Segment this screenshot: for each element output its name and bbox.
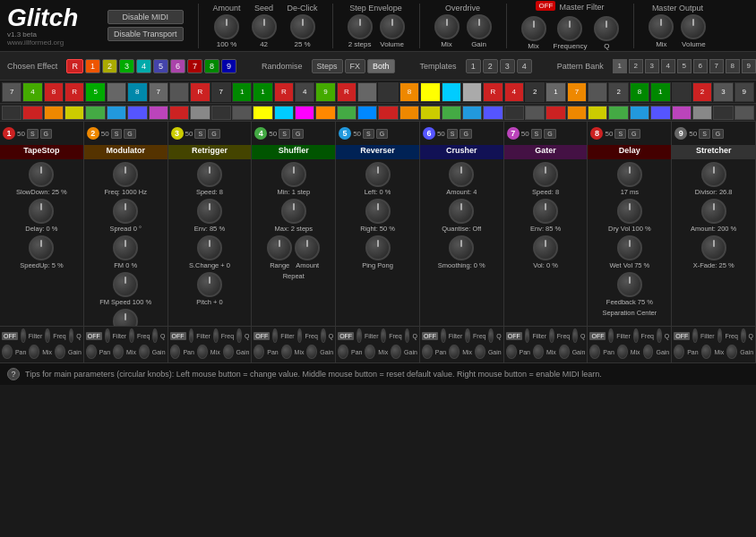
ch7-knob-1[interactable] <box>533 162 558 187</box>
seq-cell-35[interactable]: 3 <box>713 82 733 102</box>
pat-2[interactable]: 2 <box>629 59 643 73</box>
ch5-knob-1[interactable] <box>365 162 391 187</box>
master-filter-off[interactable]: OFF <box>536 1 555 11</box>
tmpl-3[interactable]: 3 <box>500 59 515 73</box>
ch3-q-knob[interactable] <box>236 328 242 343</box>
mo-vol-knob[interactable] <box>681 14 706 39</box>
ch8-q-knob[interactable] <box>657 328 662 343</box>
ch7-knob-2[interactable] <box>533 199 558 224</box>
ch3-filter-knob[interactable] <box>189 328 194 343</box>
tmpl-1[interactable]: 1 <box>466 59 481 73</box>
ch2-knob-2[interactable] <box>113 199 138 224</box>
ch3-knob-4[interactable] <box>197 272 222 297</box>
seq2-36[interactable] <box>735 106 754 120</box>
ch3-freq-knob[interactable] <box>213 328 219 343</box>
ch1-q-knob[interactable] <box>69 328 74 343</box>
seq2-5[interactable] <box>85 106 105 120</box>
ch7-g-btn[interactable]: G <box>544 129 555 139</box>
ch6-q-knob[interactable] <box>488 328 494 343</box>
ch1-knob-3[interactable] <box>29 235 54 260</box>
ch6-s-btn[interactable]: S <box>447 129 459 139</box>
ch5-g-btn[interactable]: G <box>376 129 388 139</box>
seq-cell-27[interactable]: 1 <box>546 82 565 102</box>
ch9-knob-3[interactable] <box>701 235 726 260</box>
ch8-s-btn[interactable]: S <box>614 129 626 139</box>
ch3-mix-knob[interactable] <box>197 345 208 359</box>
seq2-19[interactable] <box>378 106 398 120</box>
ch4-knob-1[interactable] <box>281 162 306 187</box>
ch7-filter-knob[interactable] <box>525 328 530 343</box>
rand-steps[interactable]: Steps <box>312 59 343 73</box>
mf-mix-knob[interactable] <box>521 16 546 41</box>
seq2-33[interactable] <box>672 106 692 120</box>
ch2-q-knob[interactable] <box>152 328 158 343</box>
ch5-pan-knob[interactable] <box>338 345 348 359</box>
ch2-s-btn[interactable]: S <box>111 129 123 139</box>
ch9-knob-2[interactable] <box>701 199 726 224</box>
pat-7[interactable]: 7 <box>709 59 724 73</box>
seq-cell-24[interactable]: R <box>483 82 503 102</box>
ch5-freq-knob[interactable] <box>381 328 386 343</box>
seed-knob[interactable] <box>252 14 277 39</box>
ch9-g-btn[interactable]: G <box>712 129 724 139</box>
pat-8[interactable]: 8 <box>726 59 740 73</box>
seq-cell-7[interactable]: 8 <box>127 82 147 102</box>
ch7-freq-knob[interactable] <box>549 328 554 343</box>
ch4-pan-knob[interactable] <box>253 345 264 359</box>
ch9-filter-knob[interactable] <box>692 328 698 343</box>
ch2-knob-4[interactable] <box>113 272 138 297</box>
seq2-23[interactable] <box>462 106 482 120</box>
seq2-24[interactable] <box>483 106 503 120</box>
ch3-g-btn[interactable]: G <box>208 129 219 139</box>
seq-cell-33[interactable] <box>672 82 692 102</box>
ch7-knob-3[interactable] <box>533 235 558 260</box>
ch2-filter-off[interactable]: OFF <box>86 332 102 340</box>
seq2-18[interactable] <box>357 106 377 120</box>
ch6-freq-knob[interactable] <box>465 328 470 343</box>
seq-cell-31[interactable]: 8 <box>630 82 649 102</box>
seq2-21[interactable] <box>420 106 440 120</box>
seq2-12[interactable] <box>232 106 252 120</box>
ch4-gain-knob[interactable] <box>306 345 317 359</box>
ch7-s-btn[interactable]: S <box>531 129 543 139</box>
effect-tab-3[interactable]: 3 <box>119 59 134 73</box>
seq-cell-25[interactable]: 4 <box>504 82 524 102</box>
ch8-pan-knob[interactable] <box>589 345 600 359</box>
ch7-q-knob[interactable] <box>572 328 578 343</box>
seq-cell-1[interactable]: 7 <box>2 82 21 102</box>
ch4-knob-2[interactable] <box>281 199 306 224</box>
seq-cell-10[interactable]: R <box>190 82 210 102</box>
ch1-filter-knob[interactable] <box>21 328 26 343</box>
ch4-g-btn[interactable]: G <box>292 129 304 139</box>
mo-mix-knob[interactable] <box>649 14 674 39</box>
seq-cell-13[interactable]: 1 <box>253 82 272 102</box>
seq2-2[interactable] <box>22 106 42 120</box>
ch3-knob-3[interactable] <box>197 235 222 260</box>
seq-cell-23[interactable] <box>462 82 482 102</box>
overdrive-mix-knob[interactable] <box>434 14 460 39</box>
ch2-knob-5[interactable] <box>113 309 138 326</box>
ch3-filter-off[interactable]: OFF <box>170 332 186 340</box>
ch5-mix-knob[interactable] <box>365 345 375 359</box>
ch7-pan-knob[interactable] <box>506 345 517 359</box>
mf-freq-knob[interactable] <box>557 16 582 41</box>
midi-button[interactable]: Disable MIDI <box>107 10 184 24</box>
seq-cell-20[interactable]: 8 <box>399 82 419 102</box>
seq2-9[interactable] <box>169 106 189 120</box>
ch3-knob-2[interactable] <box>197 199 222 224</box>
ch1-knob-1[interactable] <box>29 162 54 187</box>
seq2-17[interactable] <box>337 106 357 120</box>
ch2-g-btn[interactable]: G <box>124 129 135 139</box>
ch6-knob-3[interactable] <box>449 235 474 260</box>
seq2-13[interactable] <box>253 106 272 120</box>
seq-cell-29[interactable] <box>588 82 607 102</box>
seq2-26[interactable] <box>525 106 545 120</box>
seq-cell-16[interactable]: 9 <box>315 82 335 102</box>
seq2-35[interactable] <box>713 106 733 120</box>
ch4-knob-range[interactable] <box>267 235 292 260</box>
seq-cell-19[interactable] <box>378 82 398 102</box>
ch9-filter-off[interactable]: OFF <box>674 332 690 340</box>
ch6-filter-knob[interactable] <box>441 328 446 343</box>
seq-cell-32[interactable]: 1 <box>650 82 670 102</box>
ch3-gain-knob[interactable] <box>223 345 234 359</box>
